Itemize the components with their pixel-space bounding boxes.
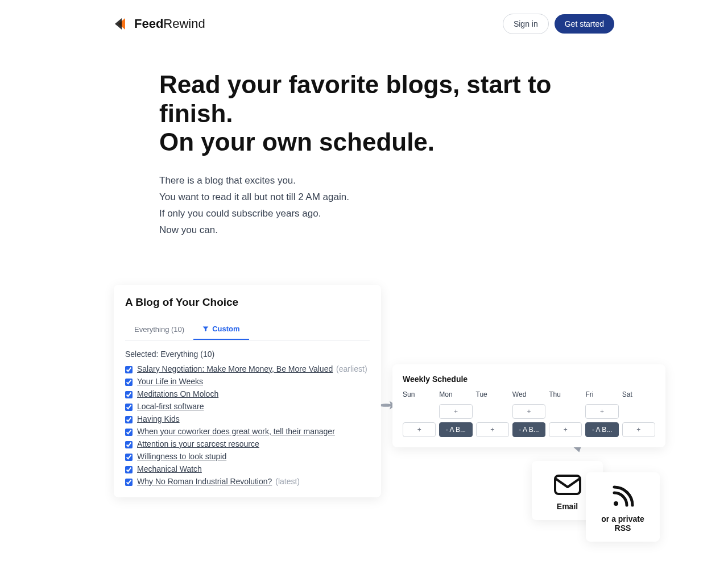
post-link[interactable]: Attention is your scarcest resource <box>137 439 259 448</box>
schedule-day-column: Sun+ <box>403 390 436 437</box>
schedule-grid: Sun+Mon+- A B...Tue+Wed+- A B...Thu+Fri+… <box>403 390 655 437</box>
schedule-day-label: Mon <box>439 390 472 398</box>
post-item: Your Life in Weeks <box>125 377 370 386</box>
post-checkbox[interactable] <box>125 466 133 473</box>
hero-subtitle: There is a blog that excites you. You wa… <box>159 173 614 238</box>
post-link[interactable]: Meditations On Moloch <box>137 389 218 398</box>
schedule-day-column: Tue+ <box>476 390 509 437</box>
selected-text: Selected: Everything (10) <box>125 350 370 359</box>
post-link[interactable]: Local-first software <box>137 402 204 411</box>
tabs: Everything (10) Custom <box>125 319 370 340</box>
post-item: Mechanical Watch <box>125 464 370 473</box>
post-checkbox[interactable] <box>125 366 133 373</box>
post-link[interactable]: Your Life in Weeks <box>137 377 203 386</box>
post-item: Having Kids <box>125 414 370 423</box>
post-link[interactable]: Why No Roman Industrial Revolution? <box>137 477 272 486</box>
cards-area: A Blog of Your Choice Everything (10) Cu… <box>114 285 614 580</box>
post-item: Attention is your scarcest resource <box>125 439 370 448</box>
post-link[interactable]: Having Kids <box>137 414 180 423</box>
schedule-slot[interactable]: + <box>585 404 618 419</box>
post-marker: (latest) <box>273 477 300 486</box>
post-checkbox[interactable] <box>125 379 133 386</box>
post-item: Willingness to look stupid <box>125 452 370 461</box>
post-item: Salary Negotiation: Make More Money, Be … <box>125 364 370 373</box>
blog-card: A Blog of Your Choice Everything (10) Cu… <box>114 285 381 497</box>
post-item: Meditations On Moloch <box>125 389 370 398</box>
logo-text-bold: Feed <box>134 16 163 31</box>
post-link[interactable]: Willingness to look stupid <box>137 452 226 461</box>
schedule-title: Weekly Schedule <box>403 375 655 384</box>
post-link[interactable]: When your coworker does great work, tell… <box>137 427 335 436</box>
hero-title: Read your favorite blogs, start to finis… <box>159 70 614 157</box>
schedule-slot[interactable]: + <box>403 422 436 437</box>
header: FeedRewind Sign in Get started <box>114 0 614 48</box>
rss-label: or a private RSS <box>596 514 650 533</box>
hero: Read your favorite blogs, start to finis… <box>114 48 614 262</box>
post-marker: (earliest) <box>334 364 367 373</box>
logo-icon <box>114 16 130 32</box>
post-checkbox[interactable] <box>125 454 133 461</box>
post-link[interactable]: Salary Negotiation: Make More Money, Be … <box>137 364 333 373</box>
schedule-day-label: Thu <box>549 390 582 398</box>
schedule-day-column: Thu+ <box>549 390 582 437</box>
schedule-day-label: Fri <box>585 390 618 398</box>
schedule-slot[interactable]: - A B... <box>585 422 618 437</box>
schedule-day-column: Sat+ <box>622 390 655 437</box>
schedule-day-label: Wed <box>512 390 545 398</box>
get-started-button[interactable]: Get started <box>555 14 614 34</box>
post-checkbox[interactable] <box>125 429 133 436</box>
post-checkbox[interactable] <box>125 441 133 448</box>
schedule-day-label: Sat <box>622 390 655 398</box>
schedule-day-label: Sun <box>403 390 436 398</box>
logo-text-thin: Rewind <box>163 16 205 31</box>
logo[interactable]: FeedRewind <box>114 16 205 32</box>
schedule-day-column: Wed+- A B... <box>512 390 545 437</box>
schedule-slot[interactable]: + <box>512 404 545 419</box>
tab-everything[interactable]: Everything (10) <box>125 319 193 340</box>
filter-icon <box>202 326 209 332</box>
tab-custom[interactable]: Custom <box>193 319 249 340</box>
post-checkbox[interactable] <box>125 404 133 411</box>
sign-in-button[interactable]: Sign in <box>503 14 549 34</box>
rss-icon <box>596 485 650 509</box>
post-item: When your coworker does great work, tell… <box>125 427 370 436</box>
post-checkbox[interactable] <box>125 479 133 486</box>
schedule-slot[interactable]: + <box>549 422 582 437</box>
post-checkbox[interactable] <box>125 416 133 423</box>
schedule-slot[interactable]: - A B... <box>439 422 472 437</box>
schedule-slot[interactable]: + <box>622 422 655 437</box>
email-label: Email <box>542 502 593 511</box>
svg-point-1 <box>614 501 618 506</box>
schedule-slot[interactable]: + <box>476 422 509 437</box>
header-actions: Sign in Get started <box>503 14 614 34</box>
delivery-rss-card: or a private RSS <box>586 472 660 542</box>
post-list: Salary Negotiation: Make More Money, Be … <box>125 364 370 486</box>
svg-rect-0 <box>555 476 580 494</box>
schedule-day-column: Mon+- A B... <box>439 390 472 437</box>
email-icon <box>542 473 593 496</box>
post-item: Local-first software <box>125 402 370 411</box>
post-item: Why No Roman Industrial Revolution? (lat… <box>125 477 370 486</box>
post-link[interactable]: Mechanical Watch <box>137 464 202 473</box>
schedule-card: Weekly Schedule Sun+Mon+- A B...Tue+Wed+… <box>392 364 665 447</box>
schedule-slot[interactable]: - A B... <box>512 422 545 437</box>
schedule-slot[interactable]: + <box>439 404 472 419</box>
schedule-day-label: Tue <box>476 390 509 398</box>
schedule-day-column: Fri+- A B... <box>585 390 618 437</box>
blog-card-title: A Blog of Your Choice <box>125 296 370 309</box>
post-checkbox[interactable] <box>125 391 133 398</box>
